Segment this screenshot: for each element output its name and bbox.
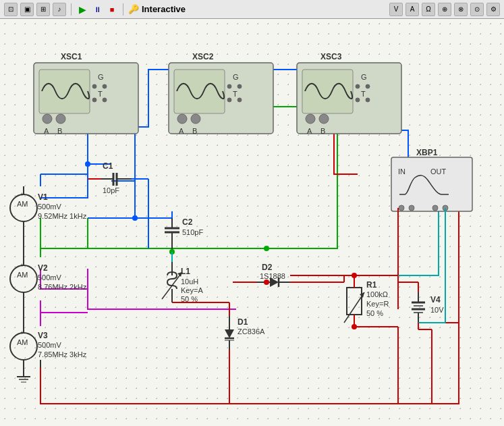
svg-text:A: A — [307, 127, 312, 135]
svg-text:XSC1: XSC1 — [61, 52, 82, 61]
svg-rect-39 — [391, 157, 472, 211]
svg-text:V3: V3 — [38, 331, 48, 340]
svg-text:B: B — [192, 127, 197, 135]
svg-text:OUT: OUT — [430, 167, 447, 176]
svg-text:B: B — [57, 127, 62, 135]
svg-text:L1: L1 — [181, 267, 190, 276]
svg-text:AM: AM — [17, 338, 28, 346]
play-button[interactable]: ▶ — [76, 3, 88, 16]
svg-point-5 — [103, 84, 107, 88]
svg-point-19 — [227, 98, 231, 102]
toolbar-icon-4[interactable]: ♪ — [53, 3, 66, 16]
mode-label: Interactive — [142, 4, 186, 14]
svg-text:D2: D2 — [262, 263, 273, 272]
key-icon: 🔑 — [128, 4, 139, 14]
xsc3-component[interactable]: G T A B XSC3 — [297, 52, 401, 135]
svg-point-7 — [103, 98, 107, 102]
svg-text:V4: V4 — [430, 295, 441, 304]
stop-button[interactable]: ■ — [106, 3, 118, 16]
svg-point-30 — [356, 84, 360, 88]
toolbar-right-icon-1[interactable]: V — [389, 3, 403, 16]
svg-text:9.52MHz 1kHz: 9.52MHz 1kHz — [38, 212, 87, 220]
svg-text:8.76MHz 2kHz: 8.76MHz 2kHz — [38, 283, 87, 291]
svg-text:IN: IN — [398, 167, 405, 176]
svg-point-127 — [264, 246, 269, 251]
svg-text:Key=A: Key=A — [181, 286, 203, 294]
pause-button[interactable]: ⏸ — [91, 3, 103, 16]
xsc1-component[interactable]: G T A B XSC1 — [34, 52, 138, 135]
svg-text:1S1888: 1S1888 — [260, 272, 285, 280]
svg-point-34 — [306, 114, 315, 124]
svg-text:500mV: 500mV — [38, 203, 62, 211]
svg-text:500mV: 500mV — [38, 341, 62, 349]
svg-text:AM: AM — [17, 200, 28, 208]
c1-component[interactable] — [101, 173, 132, 186]
svg-text:T: T — [98, 90, 103, 98]
toolbar-separator-2 — [123, 3, 123, 16]
svg-text:V2: V2 — [38, 263, 48, 273]
toolbar-right-icon-6[interactable]: ⊙ — [470, 3, 484, 16]
v4-component[interactable] — [412, 292, 425, 323]
svg-text:XSC2: XSC2 — [192, 52, 214, 61]
svg-text:A: A — [179, 127, 184, 135]
svg-point-126 — [132, 215, 138, 221]
svg-text:R1: R1 — [366, 280, 377, 290]
svg-text:10V: 10V — [430, 306, 444, 314]
d1-component[interactable] — [225, 316, 234, 350]
svg-point-17 — [227, 84, 231, 88]
svg-text:ZC836A: ZC836A — [237, 327, 265, 336]
svg-point-4 — [92, 84, 96, 88]
svg-point-32 — [356, 98, 360, 102]
toolbar-right-icon-7[interactable]: ⚙ — [486, 3, 500, 16]
xbp1-component[interactable]: IN OUT XBP1 — [391, 148, 472, 211]
toolbar-right-icon-2[interactable]: A — [405, 3, 419, 16]
svg-point-35 — [319, 114, 329, 124]
toolbar-icon-1[interactable]: ⊡ — [4, 3, 18, 16]
svg-text:C1: C1 — [103, 161, 113, 171]
svg-text:XBP1: XBP1 — [416, 148, 438, 157]
svg-text:100kΩ: 100kΩ — [366, 290, 388, 298]
svg-point-6 — [92, 98, 96, 102]
svg-point-20 — [237, 98, 242, 102]
svg-text:V1: V1 — [38, 192, 48, 202]
svg-text:T: T — [233, 90, 237, 98]
svg-text:500mV: 500mV — [38, 273, 62, 282]
circuit-canvas[interactable]: G T A B XSC1 G T A — [0, 19, 504, 426]
svg-text:D1: D1 — [237, 317, 248, 327]
svg-point-47 — [10, 194, 37, 221]
svg-text:G: G — [233, 73, 239, 81]
svg-text:G: G — [98, 73, 104, 81]
svg-point-21 — [177, 114, 187, 124]
svg-point-43 — [409, 205, 414, 211]
svg-point-33 — [366, 98, 370, 102]
svg-text:A: A — [44, 127, 49, 135]
toolbar-separator-1 — [71, 3, 72, 16]
svg-marker-96 — [225, 329, 234, 338]
svg-text:AM: AM — [17, 271, 28, 279]
svg-text:10pF: 10pF — [103, 186, 119, 194]
toolbar-right-icon-3[interactable]: Ω — [422, 3, 435, 16]
svg-point-31 — [366, 84, 370, 88]
l1-component[interactable] — [162, 262, 182, 302]
v3-component[interactable]: AM + — [10, 325, 37, 368]
svg-text:XSC3: XSC3 — [320, 52, 342, 61]
toolbar-right-icons: V A Ω ⊕ ⊗ ⊙ ⚙ — [389, 3, 500, 16]
svg-point-9 — [56, 114, 65, 124]
svg-text:B: B — [320, 127, 325, 135]
svg-point-18 — [237, 84, 242, 88]
toolbar-right-icon-4[interactable]: ⊕ — [438, 3, 451, 16]
circuit-svg: G T A B XSC1 G T A — [0, 19, 504, 426]
svg-text:510pF: 510pF — [182, 228, 203, 236]
svg-point-44 — [432, 205, 438, 211]
svg-point-55 — [10, 265, 37, 292]
svg-text:Key=R: Key=R — [366, 300, 389, 308]
toolbar-icon-2[interactable]: ▣ — [20, 3, 34, 16]
toolbar-icon-3[interactable]: ⊞ — [36, 3, 50, 16]
toolbar-right-icon-5[interactable]: ⊗ — [454, 3, 468, 16]
svg-text:50 %: 50 % — [366, 309, 383, 317]
svg-point-42 — [399, 205, 404, 211]
svg-point-8 — [43, 114, 52, 124]
svg-text:T: T — [361, 90, 366, 98]
xsc2-component[interactable]: G T A B XSC2 — [169, 52, 273, 135]
svg-rect-109 — [347, 288, 362, 315]
